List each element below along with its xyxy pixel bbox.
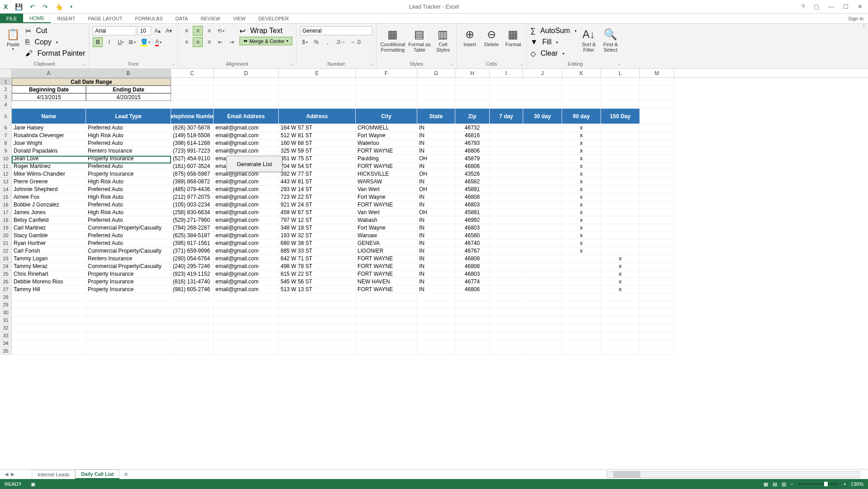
cell[interactable] <box>12 324 86 332</box>
cell-90day[interactable]: x <box>562 247 601 255</box>
cell[interactable] <box>356 93 417 101</box>
cell-lead-type[interactable]: Preferred Auto <box>86 186 171 193</box>
cell[interactable] <box>640 278 674 286</box>
row-header[interactable]: 21 <box>0 240 12 247</box>
cell-name[interactable]: Roger Martinez <box>12 163 86 170</box>
cell[interactable] <box>86 101 171 109</box>
cell[interactable] <box>214 86 279 93</box>
cell[interactable] <box>86 332 171 340</box>
cell-150day[interactable] <box>601 201 640 209</box>
cell[interactable] <box>417 293 455 301</box>
cell[interactable] <box>640 247 674 255</box>
cell-lead-type[interactable]: Renters Insurance <box>86 255 171 263</box>
cell-150day[interactable] <box>601 247 640 255</box>
cell[interactable] <box>640 316 674 324</box>
cell[interactable] <box>279 93 356 101</box>
cell[interactable] <box>562 309 601 316</box>
cell-lead-type[interactable]: Preferred Auto <box>86 240 171 247</box>
cell-zip[interactable]: 46806 <box>455 147 490 155</box>
cell[interactable] <box>640 340 674 347</box>
cell-150day[interactable] <box>601 163 640 170</box>
cell[interactable] <box>214 101 279 109</box>
row-header[interactable]: 12 <box>0 170 12 178</box>
row-header[interactable]: 8 <box>0 139 12 147</box>
row-header[interactable]: 24 <box>0 263 12 270</box>
view-normal-icon[interactable]: ▦ <box>763 481 768 487</box>
cell-state[interactable]: OH <box>417 186 455 193</box>
cell[interactable] <box>490 263 523 270</box>
cell[interactable] <box>640 270 674 278</box>
cell[interactable] <box>490 132 523 139</box>
percent-format-icon[interactable]: % <box>311 37 321 47</box>
cell-state[interactable]: IN <box>417 286 455 293</box>
cell[interactable] <box>417 301 455 309</box>
cell[interactable] <box>523 147 562 155</box>
cell[interactable] <box>523 101 562 109</box>
cell-name[interactable]: Mike Wilms-Chandler <box>12 170 86 178</box>
zoom-in-icon[interactable]: + <box>843 481 846 487</box>
select-all-corner[interactable] <box>0 69 12 77</box>
tab-insert[interactable]: INSERT <box>51 14 81 23</box>
cell[interactable] <box>356 301 417 309</box>
italic-button[interactable]: I <box>104 37 114 47</box>
cell-address[interactable]: 680 W 38 ST <box>279 240 356 247</box>
row-header[interactable]: 32 <box>0 324 12 332</box>
comma-format-icon[interactable]: , <box>323 37 333 47</box>
cell[interactable] <box>640 301 674 309</box>
cell[interactable] <box>601 293 640 301</box>
row-header[interactable]: 18 <box>0 216 12 224</box>
cell-zip[interactable]: 46580 <box>455 232 490 240</box>
cell-email[interactable]: email@gmail.com <box>214 263 279 270</box>
cell[interactable] <box>490 86 523 93</box>
cell[interactable] <box>417 324 455 332</box>
redo-icon[interactable]: ↷ <box>43 3 48 10</box>
cell-90day[interactable]: x <box>562 209 601 216</box>
cell-lead-type[interactable]: Property Insurance <box>86 278 171 286</box>
cell[interactable] <box>214 301 279 309</box>
cell[interactable] <box>356 86 417 93</box>
cell-state[interactable]: OH <box>417 170 455 178</box>
cell[interactable] <box>523 78 562 86</box>
cell[interactable] <box>417 347 455 355</box>
cell[interactable] <box>640 139 674 147</box>
cell[interactable] <box>356 101 417 109</box>
col-B[interactable]: B <box>86 69 171 77</box>
macro-record-icon[interactable]: ▣ <box>31 481 35 487</box>
align-right-icon[interactable]: ≡ <box>204 37 214 47</box>
cell[interactable] <box>171 86 214 93</box>
cell-150day[interactable] <box>601 124 640 132</box>
cell[interactable] <box>601 301 640 309</box>
cell[interactable] <box>356 347 417 355</box>
increase-indent-icon[interactable]: ⇥ <box>227 37 237 47</box>
collapse-ribbon-icon[interactable]: ˄ <box>863 24 865 30</box>
cell[interactable] <box>455 293 490 301</box>
cell-90day[interactable]: x <box>562 178 601 186</box>
cell[interactable] <box>490 286 523 293</box>
cell[interactable] <box>490 155 523 163</box>
cell-state[interactable]: IN <box>417 255 455 263</box>
cell-name[interactable]: Tammy Hill <box>12 286 86 293</box>
cell[interactable] <box>523 324 562 332</box>
col-C[interactable]: C <box>171 69 214 77</box>
cell-city[interactable]: WARSAW <box>356 178 417 186</box>
cell-150day[interactable] <box>601 155 640 163</box>
row-header[interactable]: 19 <box>0 224 12 232</box>
cell[interactable] <box>171 93 214 101</box>
cell-name[interactable]: James Jones <box>12 209 86 216</box>
row-header[interactable]: 33 <box>0 332 12 340</box>
cell[interactable] <box>417 309 455 316</box>
cell[interactable] <box>455 78 490 86</box>
cell-150day[interactable] <box>601 216 640 224</box>
cell[interactable] <box>214 293 279 301</box>
cell[interactable] <box>455 93 490 101</box>
cell-address[interactable]: 293 W 14 ST <box>279 186 356 193</box>
find-select-button[interactable]: 🔍Find & Select <box>601 25 620 53</box>
cell[interactable] <box>523 201 562 209</box>
help-icon[interactable]: ? <box>801 3 805 10</box>
cell[interactable] <box>490 78 523 86</box>
cell-name[interactable]: Ryan Horther <box>12 240 86 247</box>
cell[interactable] <box>640 232 674 240</box>
row-header[interactable]: 1 <box>0 78 12 86</box>
cell[interactable] <box>601 332 640 340</box>
cell-phone[interactable]: (826) 307-5878 <box>171 124 214 132</box>
